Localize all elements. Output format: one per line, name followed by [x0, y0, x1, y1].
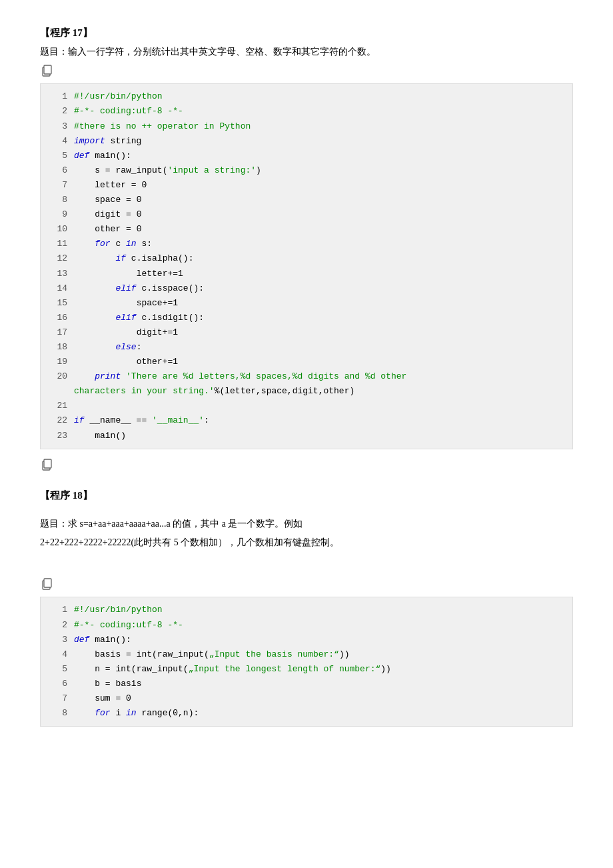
p18-code-line-8: 8 for i in range(0,n):	[49, 706, 564, 721]
code-line-12: 12 if c.isalpha():	[49, 251, 564, 266]
p18-code-line-3: 3 def main():	[49, 633, 564, 647]
code-line-14: 14 elif c.isspace():	[49, 281, 564, 296]
program-18-desc2: 2+22+222+2222+22222(此时共有 5 个数相加），几个数相加有键…	[40, 535, 573, 550]
program-17-section: 【程序 17】 题目：输入一行字符，分别统计出其中英文字母、空格、数字和其它字符…	[40, 27, 573, 473]
code-line-10: 10 other = 0	[49, 222, 564, 237]
code-line-3: 3 #there is no ++ operator in Python	[49, 119, 564, 134]
gap-1	[40, 476, 573, 489]
code-line-18: 18 else:	[49, 340, 564, 355]
code-line-20: 20 print 'There are %d letters,%d spaces…	[49, 369, 564, 384]
gap-3	[40, 554, 573, 567]
code-line-21: 21	[49, 399, 564, 413]
code-line-23: 23 main()	[49, 429, 564, 443]
code-line-7: 7 letter = 0	[49, 178, 564, 193]
p18-code-line-5: 5 n = int(raw_input(„Input the longest l…	[49, 662, 564, 677]
program-18-code: 1 #!/usr/bin/python 2 #-*- coding:utf-8 …	[40, 597, 573, 727]
svg-rect-3	[44, 459, 51, 468]
code-line-6: 6 s = raw_input('input a string:')	[49, 163, 564, 178]
p18-code-line-2: 2 #-*- coding:utf-8 -*-	[49, 618, 564, 633]
code-line-20b: characters in your string.'%(letter,spac…	[49, 384, 564, 399]
code-line-11: 11 for c in s:	[49, 237, 564, 251]
page-content: 【程序 17】 题目：输入一行字符，分别统计出其中英文字母、空格、数字和其它字符…	[40, 27, 573, 727]
code-line-19: 19 other+=1	[49, 355, 564, 369]
svg-rect-5	[44, 579, 51, 587]
code-line-9: 9 digit = 0	[49, 207, 564, 222]
code-line-1: 1 #!/usr/bin/python	[49, 89, 564, 104]
p18-code-line-1: 1 #!/usr/bin/python	[49, 603, 564, 617]
svg-rect-1	[44, 65, 51, 74]
copy-icon-bottom-17[interactable]	[40, 457, 573, 473]
gap-4	[40, 567, 573, 577]
program-17-title: 【程序 17】	[40, 27, 573, 39]
p18-code-line-4: 4 basis = int(raw_input(„Input the basis…	[49, 647, 564, 662]
code-line-17: 17 digit+=1	[49, 325, 564, 340]
code-line-16: 16 elif c.isdigit():	[49, 311, 564, 325]
program-17-desc: 题目：输入一行字符，分别统计出其中英文字母、空格、数字和其它字符的个数。	[40, 45, 573, 59]
program-18-desc1: 题目：求 s=a+aa+aaa+aaaa+aa...a 的值，其中 a 是一个数…	[40, 517, 573, 531]
p18-code-line-7: 7 sum = 0	[49, 691, 564, 706]
code-line-4: 4 import string	[49, 134, 564, 149]
code-line-15: 15 space+=1	[49, 296, 564, 311]
program-17-code: 1 #!/usr/bin/python 2 #-*- coding:utf-8 …	[40, 83, 573, 449]
code-line-22: 22 if __name__ == '__main__':	[49, 413, 564, 428]
code-line-2: 2 #-*- coding:utf-8 -*-	[49, 104, 564, 119]
copy-icon-top-17[interactable]	[40, 63, 573, 79]
p18-code-line-6: 6 b = basis	[49, 677, 564, 691]
program-18-title: 【程序 18】	[40, 489, 573, 502]
code-line-13: 13 letter+=1	[49, 267, 564, 281]
gap-2	[40, 507, 573, 517]
program-18-section: 【程序 18】 题目：求 s=a+aa+aaa+aaaa+aa...a 的值，其…	[40, 489, 573, 727]
code-line-8: 8 space = 0	[49, 193, 564, 207]
code-line-5: 5 def main():	[49, 149, 564, 163]
copy-icon-top-18[interactable]	[40, 577, 573, 593]
